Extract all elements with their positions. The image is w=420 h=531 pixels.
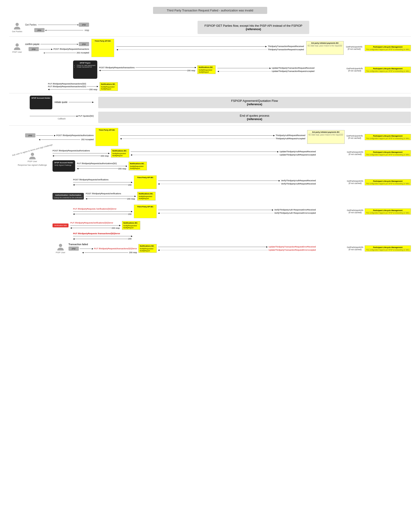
initiate-quote-label: initiate quote — [55, 101, 68, 103]
dfsp-content-1: Check for valid agreement Create transac… — [75, 65, 95, 68]
auth-aa-device: Authentication / Authorization Lookup th… — [53, 193, 84, 200]
confirm-payee-label: confirm payee — [25, 43, 40, 45]
notif-report-1: NotifyReport — [199, 71, 214, 73]
title-banner: Third Party Transaction Request Failed -… — [153, 7, 267, 14]
ref-box-get-parties: FSPIOP GET Parties flow, except hits the… — [197, 21, 309, 34]
pisp-box-1: pisp — [79, 23, 89, 27]
thirdparty-api-bc-verify: Third Party API BC — [134, 175, 157, 189]
gpi-box-4: GetParticipantInfo (if not cached) — [347, 151, 363, 155]
ref-box-end-quotes: End of quotes process (reference) — [98, 112, 411, 123]
pisp-user-label-1: Get Parties — [12, 30, 22, 33]
ref-sub-end-quotes: (reference) — [247, 117, 262, 121]
put-tx-error-label: PUT /thirdpartyRequests /transactions/{I… — [73, 232, 133, 235]
plc-content-2: This configuration happens per DFSP at o… — [366, 70, 409, 72]
update-accepted-label: UpdateThirdpartyTransactionRequestAccept… — [272, 70, 315, 72]
post-auth-label: POST /thirdpartyRequests/authorizations — [56, 134, 94, 136]
person-pisp-user-1: Get Parties — [9, 22, 25, 33]
notif-requested-1: NotifyRequested — [199, 69, 214, 71]
notif-bc-error-1: Notifications BC NotifyRequested NotifyR… — [122, 221, 140, 230]
gpi-box-6: GetParticipantInfo (if not cached) — [347, 209, 363, 214]
plc-box-3: Participant Lifecycle Management This co… — [365, 134, 411, 140]
plc-box-1: Participant Lifecycle Management This co… — [365, 45, 411, 51]
gpi-title-1: GetParticipantInfo — [346, 46, 362, 48]
plc-box-7: Participant Lifecycle Management This co… — [365, 245, 411, 251]
post-tx-label: POST /thirdpartyRequests/transactions — [99, 66, 135, 69]
gpi-sub-3: (if not cached) — [346, 137, 363, 139]
thirdparty-api-bc-box-2: Third Party API BC — [95, 128, 118, 146]
gpi-box-1: GetParticipantInfo (if not cached) — [346, 46, 362, 50]
auth-accepted-label: ThirdpartyAuthRequestAccepted — [276, 137, 305, 140]
dfsp-title-1: DFSP Payee — [75, 62, 95, 64]
gpi-sub-1: (if not cached) — [346, 48, 362, 50]
thirdparty-api-bc-error: Third Party API BC — [134, 205, 157, 218]
put-tx-id-label: PUT /thirdpartyRequests/transactions/{ID… — [48, 83, 98, 85]
plc-box-4: Participant Lifecycle Management This co… — [365, 150, 411, 156]
pisp-user-label-2: PISP User — [12, 51, 22, 53]
plc-box-5: Participant Lifecycle Management This co… — [365, 179, 411, 185]
auth-received-label: ThirdpartyAuthRequestReceived — [276, 134, 305, 136]
red-auth-box: Verification fails — [53, 223, 69, 227]
plc-title-1: Participant Lifecycle Management — [366, 46, 409, 48]
bc-box-1: 3rd party initiated payments BC No state… — [306, 41, 344, 55]
put-tx-label: PUT /thirdpartyRequests/transactions/(ID… — [48, 85, 86, 88]
svg-point-2 — [31, 153, 34, 156]
person-pisp-user-2: PISP User — [9, 43, 25, 53]
pisp-user-label-4: PISP User — [56, 251, 65, 254]
notif-bc-auth-1: Notifications BC NotifyRequested NotifyR… — [111, 149, 129, 158]
response-signed-label: Response has signed challenge — [18, 164, 47, 166]
post-auth-req-label: POST /thirdpartyRequests/authorizations — [53, 149, 110, 152]
callback-label: Callback — [30, 118, 94, 120]
bc-box-2: 3rd party initiated payments BC No state… — [307, 130, 345, 144]
title-text: Third Party Transaction Request Failed -… — [167, 9, 253, 12]
dfsp-account-holder-1: DFSP Account Holder — [30, 96, 52, 109]
plc-title-2: Participant Lifecycle Management — [366, 68, 409, 70]
ref-sub-agreement: (reference) — [247, 103, 262, 106]
gpi-sub-2: (if not cached) — [346, 70, 363, 72]
pisp-box-final: pisp — [69, 247, 79, 251]
gpi-box-5: GetParticipantInfo (if not cached) — [347, 180, 363, 184]
notif-bc-verify-1: Notifications BC NotifyRequested NotifyR… — [137, 192, 155, 200]
dfsp-device-1: DFSP Payee Check for valid agreement Cre… — [73, 60, 97, 79]
resp-200-label: 200 resp — [187, 69, 195, 72]
person-icon-4 — [56, 243, 65, 251]
thirdparty-accepted-label: ThirdpartyTransactionRequestAccepted — [268, 48, 304, 51]
put-verif-error-label: PUT /thirdpartyRequests /verifications/{… — [73, 208, 133, 210]
svg-point-0 — [15, 23, 19, 26]
page-container: Third Party Transaction Request Failed -… — [0, 0, 420, 262]
dfsp-auth-device: DFSP Account Holder Verify Signed Challe… — [53, 160, 75, 172]
accepted-202-label: 202 Accepted — [76, 52, 89, 54]
person-icon-1 — [13, 22, 21, 30]
resp-label-1: resp — [85, 29, 89, 31]
pisp-user-label-3: PISP User — [28, 160, 37, 162]
transaction-failed-label: Transaction failed — [69, 243, 137, 246]
pisp-box-2b: pisp — [29, 47, 39, 51]
ref-title-get-parties: FSPIOP GET Parties flow, except hits the… — [204, 24, 302, 27]
pisp-box-2: pisp — [79, 42, 89, 46]
ref-title-end-quotes: End of quotes process — [103, 114, 406, 117]
ref-title-agreement: FSPIOP Agreement/Quotation Flow — [103, 99, 406, 103]
notif-bc-auth-2: Notifications BC NotifyRequested NotifyR… — [129, 162, 147, 170]
svg-point-3 — [59, 244, 62, 247]
plc-content-1: This configuration happens per DFSP at o… — [366, 49, 409, 50]
plc-box-6: Participant Lifecycle Management This co… — [365, 208, 411, 215]
notif-bc-final: Notifications BC NotifyRequested NotifyR… — [138, 244, 157, 253]
put-quotes-label: PUT /quotes/{ID} — [78, 115, 94, 117]
thirdparty-api-title-1: Third Party API BC — [93, 40, 113, 42]
post-transactions-label: POST /thirdpartyRequests/transactions — [53, 48, 89, 50]
person-icon-3 — [28, 152, 37, 160]
gpi-title-2: GetParticipantInfo — [346, 67, 363, 70]
thirdparty-received-label: ThirdpartyTransactionRequestReceived — [268, 45, 304, 47]
gpi-box-2: GetParticipantInfo (if not cached) — [346, 67, 363, 72]
ref-box-agreement: FSPIOP Agreement/Quotation Flow (referen… — [98, 97, 411, 108]
notif-bc-box-1: Notifications BC NotifyRequested NotifyR… — [197, 65, 216, 74]
person-icon-2 — [13, 43, 21, 51]
pisp-box-1b: pisp — [34, 28, 45, 32]
plc-box-2: Participant Lifecycle Management This co… — [365, 67, 411, 73]
svg-point-1 — [15, 43, 19, 46]
bc-title-1: 3rd party initiated payments BC — [308, 42, 342, 44]
update-received-label: UpdateThirdpartyTransactionRequestReceiv… — [272, 67, 315, 69]
ref-sub-get-parties: (reference) — [246, 27, 261, 31]
get-parties-label: Get Parties — [25, 24, 37, 26]
thirdparty-api-bc-box-1: Third Party API BC — [91, 39, 114, 57]
gpi-box-3: GetParticipantInfo (if not cached) — [346, 135, 363, 139]
